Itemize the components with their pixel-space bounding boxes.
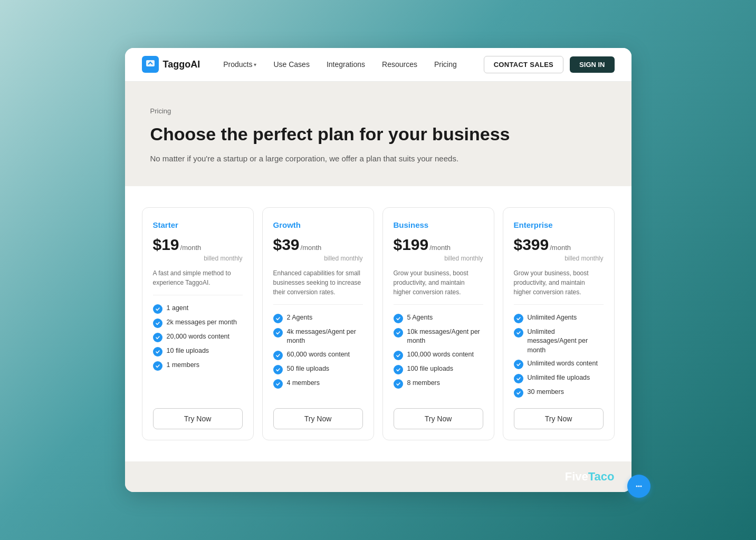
list-item: 8 members: [394, 379, 483, 389]
plan-billed-starter: billed monthly: [153, 255, 243, 262]
list-item: 10 file uploads: [153, 346, 243, 356]
check-icon: [394, 365, 403, 374]
plan-features-enterprise: Unlimited Agents Unlimited messages/Agen…: [514, 313, 604, 398]
chat-icon: [633, 480, 645, 492]
sign-in-button[interactable]: SIGN IN: [570, 56, 614, 73]
list-item: 1 members: [153, 361, 243, 371]
list-item: Unlimited messages/Agent per month: [514, 327, 604, 355]
plan-features-business: 5 Agents 10k messages/Agent per month 10…: [394, 313, 483, 398]
plan-period-growth: /month: [301, 244, 322, 252]
plan-name-enterprise: Enterprise: [514, 220, 604, 229]
contact-sales-button[interactable]: CONTACT SALES: [484, 56, 563, 73]
check-icon: [514, 388, 523, 398]
breadcrumb: Pricing: [150, 107, 606, 115]
plan-price-starter: $19 /month: [153, 236, 243, 254]
plan-amount-starter: $19: [153, 236, 179, 254]
plan-card-business: Business $199 /month billed monthly Grow…: [382, 207, 494, 441]
list-item: 20,000 words content: [153, 332, 243, 342]
list-item: Unlimited Agents: [514, 313, 604, 323]
check-icon: [153, 347, 162, 356]
logo[interactable]: TaggoAI: [142, 56, 200, 73]
list-item: 100,000 words content: [394, 350, 483, 360]
pricing-section: Starter $19 /month billed monthly A fast…: [125, 186, 631, 462]
check-icon: [273, 365, 283, 374]
plan-desc-business: Grow your business, boost productivity, …: [394, 268, 483, 305]
list-item: 2 Agents: [273, 313, 363, 323]
check-icon: [153, 319, 162, 328]
hero-subtitle: No matter if you're a startup or a large…: [150, 153, 606, 165]
plan-name-growth: Growth: [273, 220, 363, 229]
header: TaggoAI Products ▾ Use Cases Integration…: [125, 48, 631, 82]
plan-price-enterprise: $399 /month: [514, 236, 604, 254]
try-now-button-starter[interactable]: Try Now: [153, 408, 243, 429]
check-icon: [153, 304, 162, 314]
try-now-button-growth[interactable]: Try Now: [273, 408, 363, 429]
plan-name-business: Business: [394, 220, 483, 229]
hero-section: Pricing Choose the perfect plan for your…: [125, 82, 631, 186]
check-icon: [153, 333, 162, 342]
plan-card-starter: Starter $19 /month billed monthly A fast…: [142, 207, 254, 441]
plan-desc-growth: Enhanced capabilities for small business…: [273, 268, 363, 305]
list-item: 100 file uploads: [394, 364, 483, 374]
check-icon: [273, 351, 283, 360]
list-item: 30 members: [514, 388, 604, 398]
list-item: 60,000 words content: [273, 350, 363, 360]
check-icon: [273, 379, 283, 389]
check-icon: [394, 314, 403, 323]
check-icon: [273, 328, 283, 338]
plan-amount-enterprise: $399: [514, 236, 549, 254]
check-icon: [514, 360, 523, 369]
plan-name-starter: Starter: [153, 220, 243, 229]
list-item: 2k messages per month: [153, 318, 243, 328]
check-icon: [153, 361, 162, 371]
plans-grid: Starter $19 /month billed monthly A fast…: [142, 207, 615, 441]
check-icon: [394, 379, 403, 389]
chat-bubble-button[interactable]: [627, 475, 650, 498]
nav-item-resources[interactable]: Resources: [376, 57, 424, 72]
plan-billed-growth: billed monthly: [273, 255, 363, 262]
svg-point-3: [638, 486, 640, 487]
logo-svg: [145, 59, 156, 70]
check-icon: [514, 374, 523, 383]
check-icon: [514, 328, 523, 338]
plan-features-growth: 2 Agents 4k messages/Agent per month 60,…: [273, 313, 363, 398]
nav-item-integrations[interactable]: Integrations: [320, 57, 371, 72]
plan-amount-growth: $39: [273, 236, 300, 254]
list-item: Unlimited file uploads: [514, 373, 604, 383]
list-item: Unlimited words content: [514, 359, 604, 369]
plan-period-enterprise: /month: [550, 244, 571, 252]
list-item: 10k messages/Agent per month: [394, 327, 483, 346]
list-item: 4k messages/Agent per month: [273, 327, 363, 346]
svg-point-4: [640, 486, 642, 487]
nav: Products ▾ Use Cases Integrations Resour…: [217, 57, 484, 72]
svg-point-2: [636, 486, 638, 487]
check-icon: [394, 328, 403, 338]
plan-billed-enterprise: billed monthly: [514, 255, 604, 262]
chevron-down-icon: ▾: [254, 62, 256, 68]
check-icon: [394, 351, 403, 360]
plan-card-enterprise: Enterprise $399 /month billed monthly Gr…: [503, 207, 615, 441]
try-now-button-business[interactable]: Try Now: [394, 408, 483, 429]
plan-desc-starter: A fast and simple method to experience T…: [153, 268, 243, 295]
plan-price-business: $199 /month: [394, 236, 483, 254]
logo-icon: [142, 56, 159, 73]
check-icon: [514, 314, 523, 323]
plan-period-business: /month: [429, 244, 451, 252]
list-item: 4 members: [273, 379, 363, 389]
list-item: 5 Agents: [394, 313, 483, 323]
plan-amount-business: $199: [394, 236, 429, 254]
list-item: 50 file uploads: [273, 364, 363, 374]
logo-text: TaggoAI: [163, 59, 200, 70]
nav-item-pricing[interactable]: Pricing: [428, 57, 463, 72]
list-item: 1 agent: [153, 304, 243, 314]
plan-features-starter: 1 agent 2k messages per month 20,000 wor…: [153, 304, 243, 398]
plan-desc-enterprise: Grow your business, boost productivity, …: [514, 268, 604, 305]
header-actions: CONTACT SALES SIGN IN: [484, 56, 615, 73]
footer: FiveTaco: [125, 461, 631, 492]
plan-price-growth: $39 /month: [273, 236, 363, 254]
try-now-button-enterprise[interactable]: Try Now: [514, 408, 604, 429]
nav-item-usecases[interactable]: Use Cases: [267, 57, 315, 72]
page-container: TaggoAI Products ▾ Use Cases Integration…: [125, 48, 631, 493]
nav-item-products[interactable]: Products ▾: [217, 57, 263, 72]
svg-rect-0: [146, 60, 155, 66]
